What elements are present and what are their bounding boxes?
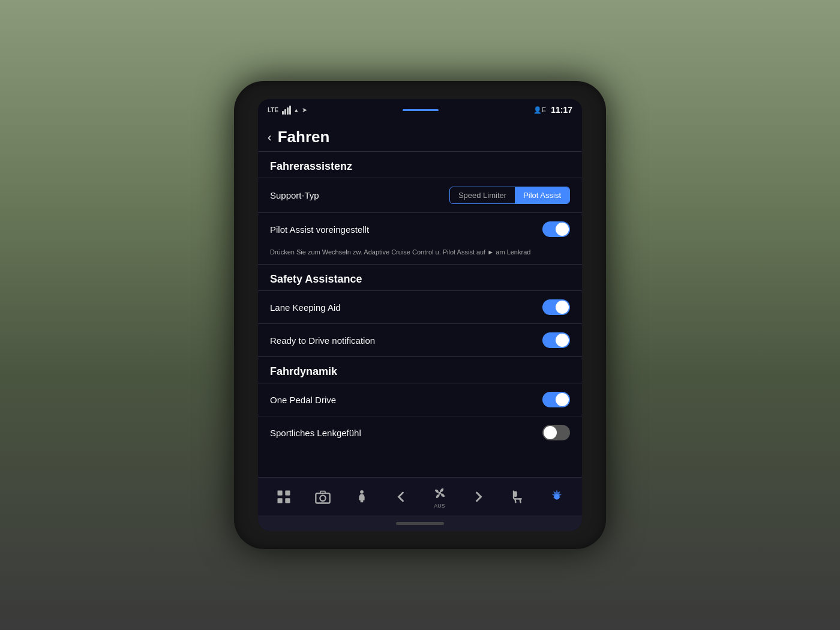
nav-prev[interactable] (388, 486, 414, 508)
back-button[interactable]: ‹ (268, 130, 272, 144)
speed-limiter-button[interactable]: Speed Limiter (450, 187, 515, 203)
svg-point-7 (360, 490, 364, 493)
home-button-area (258, 515, 582, 531)
svg-point-8 (438, 491, 441, 494)
status-bar: LTE ▴ ➤ 👤E 11:17 (258, 99, 582, 121)
status-center-bar (403, 109, 439, 111)
nav-camera[interactable] (310, 486, 336, 508)
person-icon (353, 488, 370, 505)
dashboard: LTE ▴ ➤ 👤E 11:17 (0, 0, 840, 630)
one-pedal-label: One Pedal Drive (270, 395, 542, 405)
profile-icon: 👤E (533, 106, 546, 114)
support-typ-label: Support-Typ (270, 190, 449, 200)
chevron-left-icon (392, 488, 409, 505)
fan-label: AUS (434, 503, 445, 509)
network-indicator: LTE (268, 107, 278, 113)
svg-marker-5 (320, 491, 325, 493)
section-safety-assistance: Safety Assistance (258, 264, 582, 290)
svg-rect-2 (277, 498, 282, 503)
status-right: 👤E 11:17 (533, 105, 572, 115)
svg-point-10 (554, 494, 559, 499)
status-left: LTE ▴ ➤ (268, 106, 307, 115)
nav-settings[interactable] (544, 486, 570, 508)
nav-arrow-icon: ▴ (295, 106, 298, 114)
pilot-assist-button[interactable]: Pilot Assist (515, 187, 569, 203)
sportliches-lenkgefuehl-label: Sportliches Lenkgefühl (270, 428, 542, 438)
main-screen: LTE ▴ ➤ 👤E 11:17 (258, 99, 582, 531)
svg-rect-0 (277, 490, 282, 495)
chevron-right-icon (470, 488, 487, 505)
signal-bars (282, 106, 291, 115)
nav-next[interactable] (466, 486, 492, 508)
svg-rect-3 (285, 498, 290, 503)
pilot-assist-toggle[interactable] (542, 221, 570, 237)
nav-home[interactable] (271, 486, 297, 508)
support-typ-row: Support-Typ Speed Limiter Pilot Assist (258, 178, 582, 212)
section-fahrerassistenz: Fahrerassistenz (258, 151, 582, 178)
sportliches-lenkgefuehl-row: Sportliches Lenkgefühl (258, 416, 582, 449)
svg-point-6 (320, 495, 325, 500)
sportliches-lenkgefuehl-toggle[interactable] (542, 425, 570, 440)
lane-keeping-toggle[interactable] (542, 299, 570, 315)
ready-to-drive-toggle[interactable] (542, 332, 570, 348)
page-title: Fahren (278, 128, 330, 146)
one-pedal-row: One Pedal Drive (258, 383, 582, 416)
bottom-nav: AUS (258, 477, 582, 515)
svg-rect-9 (514, 491, 517, 496)
nav-fan[interactable]: AUS (427, 482, 453, 511)
lane-keeping-row: Lane Keeping Aid (258, 290, 582, 323)
pilot-assist-description: Drücken Sie zum Wechseln zw. Adaptive Cr… (258, 245, 582, 264)
main-content: ‹ Fahren Fahrerassistenz Support-Typ Spe… (258, 121, 582, 477)
seat-icon (509, 488, 526, 505)
pilot-assist-row: Pilot Assist voreingestellt (258, 212, 582, 245)
svg-rect-1 (285, 490, 290, 495)
page-header: ‹ Fahren (258, 121, 582, 151)
pilot-assist-label: Pilot Assist voreingestellt (270, 224, 542, 235)
fan-icon (431, 485, 448, 502)
grid-icon (275, 488, 292, 505)
direction-icon: ➤ (302, 106, 307, 114)
nav-seat[interactable] (505, 486, 531, 508)
nav-child[interactable] (349, 486, 375, 508)
screen-bezel: LTE ▴ ➤ 👤E 11:17 (234, 81, 606, 549)
clock: 11:17 (551, 105, 572, 115)
camera-icon (314, 488, 331, 505)
ready-to-drive-row: Ready to Drive notification (258, 323, 582, 356)
lane-keeping-label: Lane Keeping Aid (270, 302, 542, 313)
section-fahrdynamik: Fahrdynamik (258, 356, 582, 383)
gear-icon (548, 488, 565, 505)
home-pill[interactable] (396, 522, 444, 525)
one-pedal-toggle[interactable] (542, 392, 570, 407)
ready-to-drive-label: Ready to Drive notification (270, 335, 542, 346)
support-typ-segmented[interactable]: Speed Limiter Pilot Assist (449, 187, 570, 204)
